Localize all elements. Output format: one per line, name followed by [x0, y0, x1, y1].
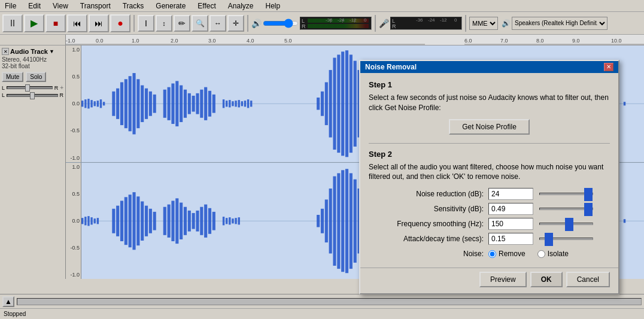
attack-decay-slider-thumb[interactable]	[545, 233, 553, 246]
menu-file[interactable]: File	[2, 1, 19, 11]
menu-analyze[interactable]: Analyze	[226, 1, 256, 11]
dialog-titlebar: Noise Removal ✕	[360, 61, 618, 73]
ok-button[interactable]: OK	[530, 272, 563, 287]
time-shift-tool[interactable]: ↔	[209, 15, 226, 32]
svg-rect-95	[124, 197, 127, 245]
svg-rect-116	[223, 217, 224, 225]
envelope-tool[interactable]: ↕	[156, 15, 172, 32]
svg-rect-12	[87, 99, 89, 108]
svg-rect-124	[325, 199, 328, 242]
skip-back-button[interactable]: ⏮	[67, 14, 87, 32]
svg-rect-93	[116, 205, 119, 236]
remove-radio-text: Remove	[499, 250, 525, 258]
svg-rect-112	[200, 206, 203, 235]
menu-effect[interactable]: Effect	[195, 1, 218, 11]
remove-radio-label[interactable]: Remove	[488, 250, 525, 258]
noise-reduction-slider-thumb[interactable]	[584, 188, 593, 201]
cancel-button[interactable]: Cancel	[566, 272, 610, 287]
svg-rect-36	[192, 96, 195, 112]
y-label-0-0: 0.0	[66, 101, 81, 107]
sensitivity-slider-thumb[interactable]	[584, 203, 593, 216]
track-dropdown-icon[interactable]: ▼	[49, 48, 54, 54]
draw-tool[interactable]: ✏	[174, 15, 190, 32]
svg-rect-49	[244, 101, 246, 107]
stop-button[interactable]: ■	[45, 14, 66, 32]
svg-rect-86	[81, 218, 83, 224]
svg-rect-98	[136, 196, 139, 245]
gain-slider[interactable]	[7, 86, 53, 89]
mute-button[interactable]: Mute	[2, 72, 23, 82]
menu-generate[interactable]: Generate	[153, 1, 188, 11]
menu-edit[interactable]: Edit	[26, 1, 43, 11]
output-volume-icon: 🔊	[251, 19, 262, 28]
menu-view[interactable]: View	[50, 1, 71, 11]
svg-rect-54	[325, 82, 328, 125]
main-toolbar: ⏸ ▶ ■ ⏮ ⏭ ● I ↕ ✏ 🔍 ↔ ✛ 🔊 L R -36 -24 -1…	[0, 12, 644, 35]
svg-rect-24	[136, 79, 139, 128]
svg-rect-119	[232, 218, 233, 223]
svg-rect-17	[103, 102, 105, 105]
dialog-close-button[interactable]: ✕	[604, 63, 613, 71]
attack-decay-slider-track[interactable]	[539, 238, 593, 240]
svg-rect-27	[149, 92, 152, 116]
noise-reduction-label: Noise reduction (dB):	[369, 190, 488, 198]
svg-rect-11	[84, 99, 86, 108]
record-button[interactable]: ●	[110, 14, 130, 32]
cursor-tool[interactable]: I	[138, 15, 154, 32]
attack-decay-row: Attack/decay time (secs):	[369, 233, 610, 245]
freq-smoothing-input[interactable]	[488, 218, 533, 230]
svg-text:7.0: 7.0	[500, 38, 508, 44]
svg-rect-149	[624, 219, 625, 223]
noise-reduction-slider-track[interactable]	[539, 193, 593, 195]
svg-rect-45	[232, 101, 233, 106]
svg-rect-108	[184, 206, 187, 235]
solo-button[interactable]: Solo	[26, 72, 46, 82]
y-label2-1-0: 1.0	[66, 164, 81, 170]
zoom-out-button[interactable]: ▲	[2, 296, 14, 307]
sensitivity-slider-track[interactable]	[539, 208, 593, 210]
track-close-button[interactable]: ✕	[2, 48, 9, 55]
svg-rect-103	[163, 206, 166, 235]
preview-button[interactable]: Preview	[479, 272, 527, 287]
output-volume-slider[interactable]	[263, 19, 299, 28]
gain-right-label: R	[54, 85, 59, 91]
svg-rect-38	[200, 90, 203, 118]
isolate-radio-label[interactable]: Isolate	[537, 250, 569, 258]
get-noise-profile-button[interactable]: Get Noise Profile	[449, 119, 530, 135]
remove-radio[interactable]	[488, 250, 496, 258]
noise-type-row: Noise: Remove Isolate	[369, 250, 610, 258]
y-label-1-0: 1.0	[66, 47, 81, 53]
menu-transport[interactable]: Transport	[78, 1, 113, 11]
dialog-footer: Preview OK Cancel	[360, 268, 618, 293]
pan-left-label: L	[2, 92, 5, 98]
play-button[interactable]: ▶	[24, 14, 44, 32]
step-divider	[369, 143, 610, 144]
dialog-title-text: Noise Removal	[365, 63, 417, 71]
svg-rect-42	[223, 99, 224, 108]
sensitivity-label: Sensitivity (dB):	[369, 205, 488, 213]
scroll-bar-h[interactable]	[17, 298, 642, 305]
noise-reduction-input[interactable]	[488, 188, 533, 200]
svg-rect-18	[112, 92, 115, 116]
audio-host-select[interactable]: MME	[469, 17, 498, 30]
sensitivity-input[interactable]	[488, 203, 533, 215]
menu-help[interactable]: Help	[263, 1, 283, 11]
multi-tool[interactable]: ✛	[227, 15, 244, 32]
menu-tracks[interactable]: Tracks	[120, 1, 147, 11]
step1-description: Select a few seconds of just noise so Au…	[369, 93, 610, 113]
pan-slider[interactable]	[7, 94, 57, 97]
output-device-select[interactable]: Speakers (Realtek High Definit...	[512, 17, 607, 30]
noise-type-label: Noise:	[369, 250, 488, 258]
freq-smoothing-slider-thumb[interactable]	[565, 218, 573, 231]
noise-removal-dialog[interactable]: Noise Removal ✕ Step 1 Select a few seco…	[359, 60, 619, 294]
isolate-radio-text: Isolate	[548, 250, 569, 258]
freq-smoothing-slider-track[interactable]	[539, 223, 593, 225]
svg-rect-21	[124, 79, 127, 128]
isolate-radio[interactable]	[537, 250, 545, 258]
attack-decay-input[interactable]	[488, 233, 533, 245]
y-label-0-5: 0.5	[66, 74, 81, 80]
skip-fwd-button[interactable]: ⏭	[89, 14, 109, 32]
pause-button[interactable]: ⏸	[2, 14, 23, 32]
microphone-icon: 🎤	[379, 19, 389, 28]
zoom-tool[interactable]: 🔍	[192, 15, 208, 32]
